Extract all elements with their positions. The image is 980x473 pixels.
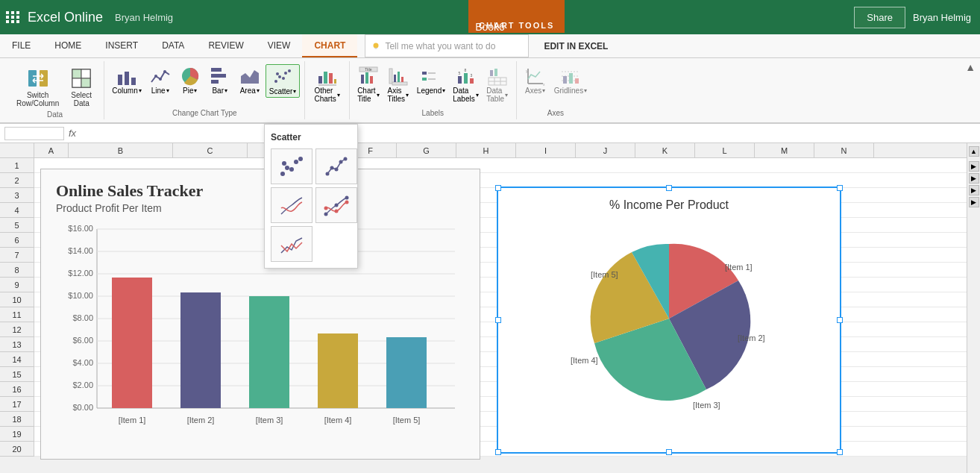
ribbon-tabs: FILE HOME INSERT DATA REVIEW VIEW CHART … — [0, 34, 980, 58]
area-chart-button[interactable]: Area▾ — [236, 64, 264, 96]
scroll-right-2[interactable]: ▶ — [969, 173, 979, 184]
svg-rect-17 — [211, 74, 226, 78]
bar-chart-container[interactable]: Online Sales Tracker Product Profit Per … — [40, 169, 480, 460]
grid-icon[interactable] — [6, 11, 20, 23]
handle-ml[interactable] — [495, 317, 501, 323]
tab-file[interactable]: FILE — [0, 34, 43, 57]
row-num-5[interactable]: 5 — [0, 218, 34, 233]
row-num-13[interactable]: 13 — [0, 337, 34, 352]
col-N[interactable]: N — [814, 143, 874, 157]
svg-point-75 — [335, 168, 339, 172]
pie-chart-button[interactable]: Pie▾ — [176, 64, 204, 96]
tab-review[interactable]: REVIEW — [196, 34, 255, 57]
row-num-6[interactable]: 6 — [0, 233, 34, 248]
scatter-chart-button[interactable]: Scatter▾ — [266, 64, 301, 98]
row-num-19[interactable]: 19 — [0, 427, 34, 442]
formula-input[interactable] — [81, 128, 976, 139]
svg-text:[Item 3]: [Item 3] — [256, 416, 283, 425]
svg-rect-55 — [490, 70, 493, 76]
row-num-3[interactable]: 3 — [0, 188, 34, 203]
handle-bl[interactable] — [495, 449, 501, 455]
name-box[interactable] — [4, 127, 64, 140]
scatter-option-5[interactable] — [271, 226, 312, 262]
scatter-dropdown-title: Scatter — [271, 131, 351, 148]
ribbon-group-data: SwitchRow/Column SelectData Data — [6, 61, 104, 119]
scroll-right-4[interactable]: ▶ — [969, 197, 979, 207]
col-H[interactable]: H — [456, 143, 516, 157]
row-num-14[interactable]: 14 — [0, 352, 34, 367]
row-num-8[interactable]: 8 — [0, 263, 34, 278]
col-M[interactable]: M — [755, 143, 814, 157]
ribbon-group-chart-type: Column▾ Line▾ Pie▾ — [104, 61, 305, 119]
handle-tc[interactable] — [666, 185, 672, 191]
svg-rect-111 — [386, 337, 427, 408]
scroll-right-3[interactable]: ▶ — [969, 185, 979, 195]
edit-in-excel[interactable]: EDIT IN EXCEL — [532, 34, 620, 57]
row-num-1[interactable]: 1 — [0, 158, 34, 173]
row-num-11[interactable]: 11 — [0, 307, 34, 322]
chart-title-button[interactable]: Title ChartTitle▾ — [354, 64, 383, 104]
chart-title-icon: Title — [358, 66, 379, 87]
data-labels-button[interactable]: 5 8 3 DataLabels▾ — [450, 64, 481, 104]
axes-button[interactable]: y x Axes▾ — [521, 64, 550, 96]
svg-rect-2 — [28, 70, 37, 87]
scatter-option-2[interactable] — [315, 148, 357, 184]
ribbon-collapse-button[interactable]: ▲ — [965, 61, 976, 73]
scroll-up-button[interactable]: ▲ — [969, 146, 979, 157]
other-charts-button[interactable]: OtherCharts▾ — [310, 64, 344, 104]
scatter-option-4[interactable] — [315, 187, 357, 223]
svg-rect-103 — [112, 278, 152, 408]
row-num-4[interactable]: 4 — [0, 203, 34, 218]
row-num-15[interactable]: 15 — [0, 367, 34, 382]
col-A[interactable]: A — [34, 143, 69, 157]
tab-data[interactable]: DATA — [150, 34, 196, 57]
row-num-9[interactable]: 9 — [0, 278, 34, 292]
handle-mr[interactable] — [837, 317, 843, 323]
bar-chart-button[interactable]: Bar▾ — [206, 64, 234, 96]
col-G[interactable]: G — [397, 143, 456, 157]
row-num-12[interactable]: 12 — [0, 322, 34, 337]
pie-icon — [180, 66, 201, 87]
scatter-option-3[interactable] — [271, 187, 312, 223]
legend-button[interactable]: Legend▾ — [414, 64, 448, 96]
row-num-20[interactable]: 20 — [0, 442, 34, 457]
handle-bc[interactable] — [666, 449, 672, 455]
column-chart-button[interactable]: Column▾ — [109, 64, 144, 96]
svg-rect-36 — [389, 69, 392, 84]
svg-rect-107 — [249, 296, 289, 408]
pie-chart-container[interactable]: % Income Per Product — [497, 187, 841, 454]
share-button[interactable]: Share — [854, 7, 905, 28]
row-num-16[interactable]: 16 — [0, 382, 34, 397]
row-num-7[interactable]: 7 — [0, 248, 34, 263]
row-num-10[interactable]: 10 — [0, 292, 34, 307]
tab-insert[interactable]: INSERT — [93, 34, 150, 57]
select-data-button[interactable]: SelectData — [65, 64, 98, 110]
col-K[interactable]: K — [635, 143, 695, 157]
tab-chart[interactable]: CHART — [302, 34, 357, 57]
row-num-2[interactable]: 2 — [0, 173, 34, 188]
gridlines-button[interactable]: Gridlines▾ — [551, 64, 590, 96]
row-num-18[interactable]: 18 — [0, 412, 34, 427]
handle-br[interactable] — [837, 449, 843, 455]
svg-text:[Item 4]: [Item 4] — [324, 416, 352, 425]
row-num-17[interactable]: 17 — [0, 397, 34, 412]
scroll-right-1[interactable]: ▶ — [969, 161, 979, 172]
scatter-option-1[interactable] — [271, 148, 312, 184]
col-J[interactable]: J — [576, 143, 635, 157]
svg-rect-8 — [81, 78, 90, 87]
switch-button[interactable]: SwitchRow/Column — [12, 64, 63, 110]
handle-tl[interactable] — [495, 185, 501, 191]
tab-view[interactable]: VIEW — [256, 34, 303, 57]
tab-home[interactable]: HOME — [43, 34, 93, 57]
svg-point-13 — [159, 78, 162, 81]
svg-text:5: 5 — [459, 71, 461, 75]
handle-tr[interactable] — [837, 185, 843, 191]
data-table-button[interactable]: DataTable▾ — [483, 64, 512, 104]
col-B[interactable]: B — [69, 143, 173, 157]
col-I[interactable]: I — [516, 143, 576, 157]
col-L[interactable]: L — [695, 143, 755, 157]
line-chart-button[interactable]: Line▾ — [146, 64, 175, 96]
col-C[interactable]: C — [173, 143, 248, 157]
axis-titles-button[interactable]: AxisTitles▾ — [384, 64, 412, 104]
tell-me-box[interactable]: Tell me what you want to do — [365, 34, 529, 57]
